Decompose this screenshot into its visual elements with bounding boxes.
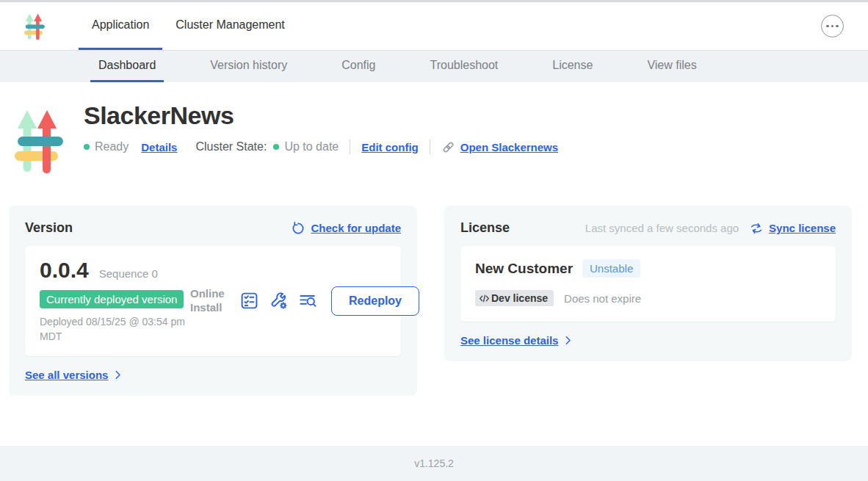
deployed-status-badge: Currently deployed version [40,290,184,308]
link-icon [441,140,455,154]
tab-dashboard[interactable]: Dashboard [90,51,164,82]
version-card: Version Check for update 0.0.4 [9,206,417,396]
preflight-checklist-icon[interactable] [239,291,259,311]
open-app-link[interactable]: Open Slackernews [441,140,558,154]
cluster-state-label: Cluster State: [195,140,267,153]
see-all-versions-label: See all versions [25,369,108,381]
customer-name: New Customer [475,261,573,277]
version-number: 0.0.4 [40,258,89,283]
version-sequence: Sequence 0 [99,267,158,280]
app-status-text: Ready [95,140,129,153]
top-nav: Application Cluster Management [0,2,868,50]
tab-config[interactable]: Config [333,51,383,82]
license-expiry-text: Does not expire [564,292,641,305]
license-type-label: Dev license [491,292,548,304]
app-status-row: Ready Details Cluster State: Up to date … [84,140,558,154]
sync-license-label: Sync license [769,222,836,234]
app-status-dot [84,144,90,150]
check-for-update-link[interactable]: Check for update [291,221,401,236]
ellipsis-menu-icon[interactable] [821,15,844,37]
console-footer: v1.125.2 [0,446,868,481]
deployed-timestamp: Deployed 08/15/25 @ 03:54 pm MDT [40,314,187,344]
app-sub-nav: Dashboard Version history Config Trouble… [0,50,868,82]
last-synced-text: Last synced a few seconds ago [585,222,739,234]
code-icon [479,293,490,304]
license-panel: New Customer Unstable Dev license [460,246,836,322]
license-type-badge: Dev license [475,290,554,306]
divider [350,140,350,154]
details-link[interactable]: Details [141,141,177,153]
refresh-icon [291,221,305,236]
license-card: License Last synced a few seconds ago Sy… [444,206,852,361]
app-header: SlackerNews Ready Details Cluster State:… [15,95,861,179]
tab-version-history[interactable]: Version history [202,51,295,82]
tab-application[interactable]: Application [79,2,162,50]
tab-troubleshoot[interactable]: Troubleshoot [422,51,506,82]
version-card-title: Version [25,220,73,236]
see-license-details-label: See license details [460,334,558,347]
channel-badge: Unstable [582,259,640,278]
open-app-link-label: Open Slackernews [460,141,558,153]
current-version-panel: 0.0.4 Sequence 0 Currently deployed vers… [25,246,401,356]
app-logo-icon [24,12,45,41]
tab-license[interactable]: License [544,51,601,82]
chevron-right-icon [112,369,123,380]
cluster-state-dot [273,144,279,150]
dashboard-main: SlackerNews Ready Details Cluster State:… [0,82,868,446]
license-card-title: License [460,220,510,236]
sync-license-link[interactable]: Sync license [749,221,836,236]
redeploy-button[interactable]: Redeploy [331,286,419,316]
app-logo-large-icon [15,106,63,179]
dashboard-cards: Version Check for update 0.0.4 [9,206,861,396]
console-version: v1.125.2 [414,458,454,469]
divider [430,140,430,154]
tab-cluster-management[interactable]: Cluster Management [162,2,298,50]
tab-view-files[interactable]: View files [639,51,704,82]
cluster-state-value: Up to date [284,140,339,153]
deploy-logs-icon[interactable] [298,291,318,311]
install-type-label: Online Install [190,287,230,315]
see-all-versions-link[interactable]: See all versions [25,369,401,381]
check-for-update-label: Check for update [311,222,401,234]
chevron-right-icon [563,335,574,346]
see-license-details-link[interactable]: See license details [460,334,836,347]
page-title: SlackerNews [84,101,558,130]
edit-config-link[interactable]: Edit config [361,141,419,153]
sync-arrows-icon [749,221,764,236]
wrench-gear-icon[interactable] [269,291,289,311]
topnav-tabs: Application Cluster Management [79,2,298,50]
